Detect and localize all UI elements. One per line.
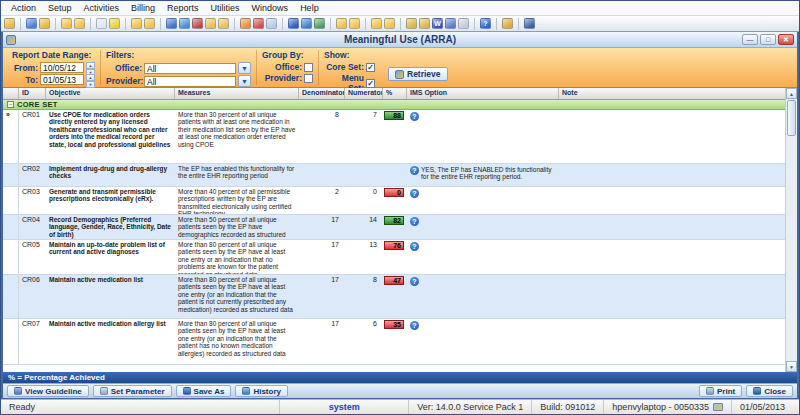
office-dropdown-icon[interactable]: ▼: [238, 62, 251, 74]
toolbar-separator: [365, 18, 366, 30]
group-by-label: Group By:: [262, 50, 313, 60]
spin-down-icon[interactable]: ▼: [86, 81, 95, 88]
from-date-spinner[interactable]: ▲ ▼: [86, 62, 95, 73]
note-icon[interactable]: [266, 18, 277, 29]
table-row[interactable]: CR04 Record Demographics (Preferred lang…: [3, 215, 785, 240]
menu-set-checkbox[interactable]: ✓: [366, 79, 375, 88]
runner-icon[interactable]: [253, 18, 264, 29]
help-icon[interactable]: ?: [410, 217, 419, 226]
office-input[interactable]: All: [144, 63, 236, 74]
help-icon[interactable]: ?: [410, 166, 419, 175]
menu-item-billing[interactable]: Billing: [125, 2, 161, 14]
header-ims-option[interactable]: IMS Option: [407, 88, 559, 99]
header-measures[interactable]: Measures: [175, 88, 299, 99]
view-guideline-button[interactable]: View Guideline: [7, 385, 89, 397]
header-denominator[interactable]: Denominator: [299, 88, 345, 99]
user-icon[interactable]: [4, 18, 15, 29]
set-parameter-button[interactable]: Set Parameter: [93, 385, 172, 397]
help-icon[interactable]: ?: [410, 112, 419, 121]
menu-item-windows[interactable]: Windows: [246, 2, 295, 14]
mail-import-icon[interactable]: [406, 18, 417, 29]
menu-item-activities[interactable]: Activities: [78, 2, 126, 14]
header-percent[interactable]: %: [383, 88, 407, 99]
folder-gear-icon[interactable]: [349, 18, 360, 29]
core-set-checkbox[interactable]: ✓: [366, 63, 375, 72]
to-date-input[interactable]: 01/05/13: [40, 74, 84, 85]
scroll-down-icon[interactable]: ▼: [786, 361, 797, 372]
spin-up-icon[interactable]: ▲: [86, 62, 95, 69]
menu-item-reports[interactable]: Reports: [161, 2, 205, 14]
save-as-button[interactable]: Save As: [176, 385, 232, 397]
mail-forward-icon[interactable]: [205, 18, 216, 29]
chart-up-icon[interactable]: [371, 18, 382, 29]
scroll-up-icon[interactable]: ▲: [786, 88, 797, 99]
bottom-button-bar: View Guideline Set Parameter Save As His…: [3, 383, 797, 398]
window-icon[interactable]: [240, 18, 251, 29]
globe-green-icon[interactable]: [314, 18, 325, 29]
card-edit-icon[interactable]: [144, 18, 155, 29]
provider-input[interactable]: All: [144, 76, 236, 87]
vertical-scrollbar[interactable]: ▲ ▼: [785, 88, 797, 372]
menu-item-action[interactable]: Action: [5, 2, 42, 14]
group-office-checkbox[interactable]: [304, 63, 313, 72]
cube-icon[interactable]: [179, 18, 190, 29]
lock-icon[interactable]: [502, 18, 513, 29]
scrollbar-thumb[interactable]: [787, 100, 796, 136]
folder-user-icon[interactable]: [336, 18, 347, 29]
globe-blue-icon[interactable]: [301, 18, 312, 29]
selected-row-indicator: [3, 275, 19, 318]
menu-item-utilities[interactable]: Utilities: [205, 2, 246, 14]
table-row[interactable]: CR06 Maintain active medication list Mor…: [3, 275, 785, 319]
mail-export-icon[interactable]: [419, 18, 430, 29]
mail-receive-icon[interactable]: [218, 18, 229, 29]
group-by-section: Group By: Office: Provider:: [257, 50, 319, 85]
diamond-icon[interactable]: [166, 18, 177, 29]
help-icon[interactable]: ?: [480, 18, 491, 29]
maximize-button[interactable]: □: [760, 34, 776, 45]
books-icon[interactable]: [192, 18, 203, 29]
back-arrow-icon[interactable]: [288, 18, 299, 29]
help-icon[interactable]: ?: [410, 242, 419, 251]
document-icon[interactable]: [96, 18, 107, 29]
table-row[interactable]: CR03 Generate and transmit permissible p…: [3, 187, 785, 215]
help-icon[interactable]: ?: [410, 321, 419, 330]
retrieve-button[interactable]: Retrieve: [388, 67, 448, 81]
flask-icon[interactable]: [109, 18, 120, 29]
chart-report-icon[interactable]: [384, 18, 395, 29]
table-row[interactable]: CR07 Maintain active medication allergy …: [3, 319, 785, 365]
header-numerator[interactable]: Numerator: [345, 88, 383, 99]
group-row-core-set[interactable]: − CORE SET: [3, 100, 785, 110]
table-row[interactable]: CR05 Maintain an up-to-date problem list…: [3, 240, 785, 275]
to-date-spinner[interactable]: ▲ ▼: [86, 74, 95, 85]
from-date-input[interactable]: 10/05/12: [40, 62, 84, 73]
users-icon[interactable]: [26, 18, 37, 29]
header-objective[interactable]: Objective: [46, 88, 175, 99]
exit-icon[interactable]: [524, 18, 535, 29]
header-id[interactable]: ID: [19, 88, 46, 99]
spin-up-icon[interactable]: ▲: [86, 74, 95, 81]
print-button[interactable]: Print: [699, 385, 742, 397]
history-button[interactable]: History: [235, 385, 288, 397]
menu-item-help[interactable]: Help: [294, 2, 325, 14]
toolbar-separator: [125, 18, 126, 30]
collapse-icon[interactable]: −: [7, 101, 14, 108]
close-button[interactable]: ✕: [778, 34, 794, 45]
word-icon[interactable]: W: [432, 18, 443, 29]
close-report-button[interactable]: Close: [746, 385, 793, 397]
group-provider-checkbox[interactable]: [304, 74, 313, 83]
folder-edit-icon[interactable]: [74, 18, 85, 29]
card-icon[interactable]: [131, 18, 142, 29]
header-note[interactable]: Note: [559, 88, 785, 99]
minimize-button[interactable]: —: [742, 34, 758, 45]
date-range-label: Report Date Range:: [12, 50, 95, 60]
help-icon[interactable]: ?: [410, 189, 419, 198]
help-icon[interactable]: ?: [410, 277, 419, 286]
user-edit-icon[interactable]: [39, 18, 50, 29]
spreadsheet-icon[interactable]: [445, 18, 456, 29]
menu-item-setup[interactable]: Setup: [42, 2, 78, 14]
table-row[interactable]: » CR01 Use CPOE for medication orders di…: [3, 110, 785, 164]
grid-icon[interactable]: [458, 18, 469, 29]
table-row[interactable]: CR02 Implement drug-drug and drug-allerg…: [3, 164, 785, 187]
folder-open-icon[interactable]: [61, 18, 72, 29]
provider-dropdown-icon[interactable]: ▼: [238, 75, 251, 87]
